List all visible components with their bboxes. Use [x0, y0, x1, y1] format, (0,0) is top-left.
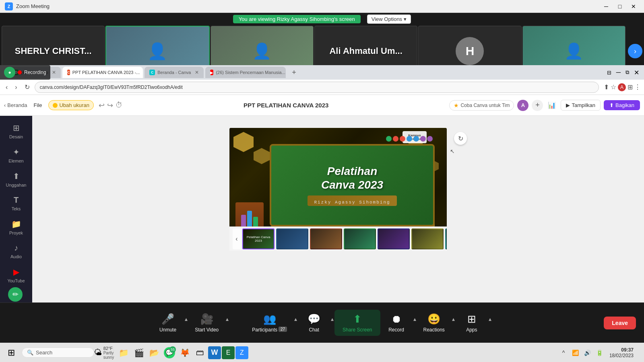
sidebar-item-proyek[interactable]: 📁 Proyek [2, 216, 31, 239]
browser-back-button[interactable]: ‹ [3, 82, 10, 93]
browser-restore-button[interactable]: ⧉ [624, 68, 631, 76]
slide-thumb-5[interactable] [378, 228, 410, 249]
taskbar-widgets-button[interactable]: 🌤 82°F Partly sunny [97, 346, 111, 360]
slide-thumb-4[interactable] [344, 228, 376, 249]
close-button[interactable]: ✕ [628, 1, 639, 12]
redo-button[interactable]: ↪ [107, 101, 113, 110]
share-screen-button[interactable]: ⬆ Share Screen [334, 310, 380, 336]
url-bar[interactable]: canva.com/design/DAFazq3gIT0/EwV93Tm5fRD… [35, 82, 599, 93]
titlebar-left: Z Zoom Meeting [5, 2, 50, 10]
apps-caret[interactable]: ▴ [488, 314, 492, 324]
canva-resize-button[interactable]: Ubah ukuran [48, 100, 93, 110]
window-title: Zoom Meeting [16, 3, 50, 9]
record-caret[interactable]: ▴ [413, 314, 417, 324]
leave-button[interactable]: Leave [604, 317, 636, 329]
bookmark-icon[interactable]: ☆ [611, 83, 616, 91]
battery-icon[interactable]: 🔋 [594, 345, 605, 361]
canva-back-button[interactable]: ‹ Beranda [4, 102, 27, 108]
slide-thumb-6[interactable] [411, 228, 444, 249]
canva-file-button[interactable]: File [31, 101, 45, 110]
sidebar-item-audio[interactable]: ♪ Audio [2, 240, 31, 262]
slide-refresh-button[interactable]: ↻ [454, 132, 467, 145]
undo-button[interactable]: ↩ [99, 101, 105, 110]
taskbar-search-box[interactable]: 🔍 Search [22, 348, 94, 358]
chat-button[interactable]: 💬 Chat [298, 310, 330, 336]
chat-label-row: Chat [309, 325, 319, 333]
share-screen-label: Share Screen [343, 327, 372, 333]
system-clock[interactable]: 09:37 18/02/2023 [606, 347, 637, 358]
browser-tab-beranda[interactable]: C Beranda - Canva ✕ [144, 67, 204, 78]
reactions-button[interactable]: 😀 Reactions [417, 310, 451, 336]
taskbar-whatsapp[interactable]: 💬 55 [162, 346, 177, 360]
speaker-icon[interactable]: 🔊 [582, 345, 593, 361]
reactions-caret[interactable]: ▴ [451, 314, 456, 324]
whatsapp-tab-close[interactable]: ✕ [52, 70, 56, 75]
canva-bagikan-button[interactable]: ⬆ Bagikan [604, 100, 640, 110]
teks-label: Teks [12, 206, 21, 211]
taskbar-firefox[interactable]: 🦊 [178, 346, 192, 360]
maximize-button[interactable]: □ [614, 1, 625, 12]
beranda-tab-close[interactable]: ✕ [195, 70, 199, 75]
sidebar-item-youtube[interactable]: ▶ YouTube [2, 264, 31, 286]
browser-tab-ppt[interactable]: C PPT PELATIHAN CANVA 2023 -... ✕ [62, 67, 143, 78]
share-page-icon[interactable]: ⬆ [604, 83, 609, 91]
slide-thumb-7[interactable] [445, 228, 447, 249]
sidebar-item-elemen[interactable]: ✦ Elemen [2, 144, 31, 167]
taskbar-video-app[interactable]: 🎬 [132, 346, 146, 360]
participants-button[interactable]: 👥 Participants 27 [246, 310, 293, 336]
canva-history-controls[interactable]: ↩ ↪ ⏱ [99, 101, 123, 110]
slide-thumb-1[interactable]: Pelatihan Canva 2023 [242, 228, 275, 249]
view-options-button[interactable]: View Options ▾ [367, 14, 411, 24]
show-desktop-button[interactable] [638, 345, 641, 361]
browser-close-button[interactable]: ✕ [632, 68, 641, 77]
participants-caret[interactable]: ▴ [293, 314, 298, 324]
unmute-caret[interactable]: ▴ [184, 314, 188, 324]
prev-slide-button[interactable]: ‹ [233, 228, 241, 249]
browser-profile-icon[interactable]: A [618, 83, 626, 91]
video-caret[interactable]: ▴ [225, 314, 229, 324]
sidebar-item-desain[interactable]: ⊞ Desain [2, 120, 31, 142]
browser-menu-icon[interactable]: ⋮ [634, 83, 641, 91]
start-video-button[interactable]: 🎥 Start Video [188, 310, 225, 336]
url-text: canva.com/design/DAFazq3gIT0/EwV93Tm5fRD… [40, 84, 183, 90]
browser-forward-button[interactable]: › [12, 82, 19, 93]
annotation-pen-button[interactable]: ✏ [8, 287, 23, 302]
canva-add-collaborator-button[interactable]: + [532, 100, 543, 111]
windows-start-button[interactable]: ⊞ [3, 345, 19, 361]
taskbar-word[interactable]: W [208, 346, 221, 359]
browser-tab-youtube[interactable]: ▶ (26) Sistem Pencernaan Manusia... ✕ [205, 67, 286, 78]
taskbar-zoom[interactable]: Z [235, 346, 248, 359]
taskbar-file-explorer[interactable]: 📁 [116, 346, 131, 360]
minimize-button[interactable]: ─ [601, 1, 612, 12]
canva-tampilkan-button[interactable]: ▶ Tampilkan [561, 100, 601, 111]
canva-analytics-button[interactable]: 📊 [546, 100, 557, 111]
sharing-message: You are viewing Rizky Agassy Sihombing's… [233, 15, 361, 23]
sidebar-item-unggahan[interactable]: ⬆ Unggahan [2, 168, 31, 191]
circle-purple2 [427, 136, 433, 142]
unmute-button[interactable]: 🎤 Unmute [152, 310, 184, 336]
tab-list-icon[interactable]: ⊟ [605, 69, 613, 76]
browser-minimize-button[interactable]: ─ [615, 68, 622, 77]
strip-toggle-button[interactable]: ▾ [332, 226, 344, 227]
slide-edit-controls[interactable] [386, 136, 433, 142]
taskbar-folder[interactable]: 📂 [147, 346, 161, 360]
system-tray-expand[interactable]: ^ [558, 345, 569, 361]
slide-thumb-2[interactable] [276, 228, 308, 249]
taskbar-file-manager[interactable]: 🗃 [193, 346, 207, 360]
new-tab-button[interactable]: + [289, 68, 299, 77]
slide-thumb-3[interactable] [310, 228, 342, 249]
browser-refresh-button[interactable]: ↻ [22, 82, 32, 93]
record-button[interactable]: ⏺ Record [380, 310, 413, 336]
next-participants-button[interactable]: › [628, 44, 642, 58]
browser-extensions-icon[interactable]: ⊞ [627, 83, 633, 91]
apps-button[interactable]: ⊞ Apps [456, 310, 488, 336]
chat-caret[interactable]: ▴ [330, 314, 334, 324]
record-label: Record [388, 327, 404, 333]
sidebar-item-teks[interactable]: T Teks [2, 192, 31, 214]
browser-window-action-controls[interactable]: ⊟ ─ ⧉ ✕ [605, 68, 641, 77]
window-controls[interactable]: ─ □ ✕ [601, 1, 639, 12]
canva-coba-button[interactable]: ★ Coba Canva untuk Tim [449, 100, 514, 111]
taskbar-excel[interactable]: E [222, 346, 235, 359]
desain-icon: ⊞ [13, 123, 20, 133]
network-icon[interactable]: 📶 [570, 345, 581, 361]
